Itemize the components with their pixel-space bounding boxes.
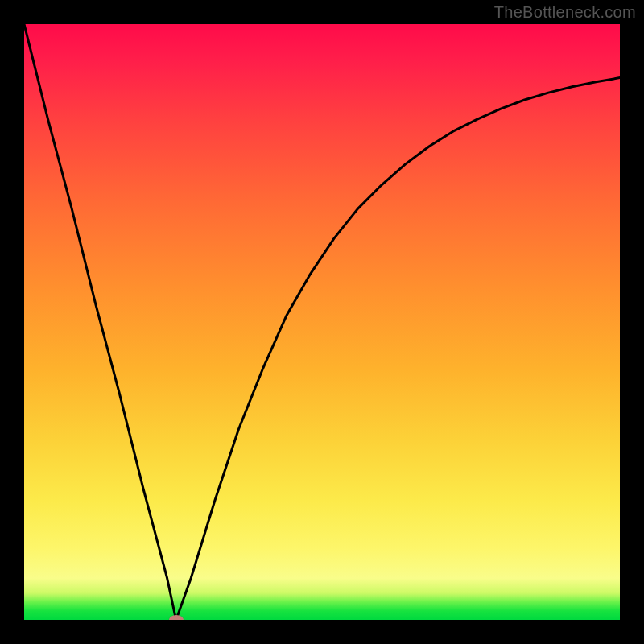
minimum-point-marker [169, 615, 184, 620]
figure-frame: TheBottleneck.com [0, 0, 644, 644]
watermark-text: TheBottleneck.com [494, 3, 636, 22]
curve-svg [24, 24, 620, 620]
plot-area [24, 24, 620, 620]
bottleneck-curve [24, 24, 620, 620]
